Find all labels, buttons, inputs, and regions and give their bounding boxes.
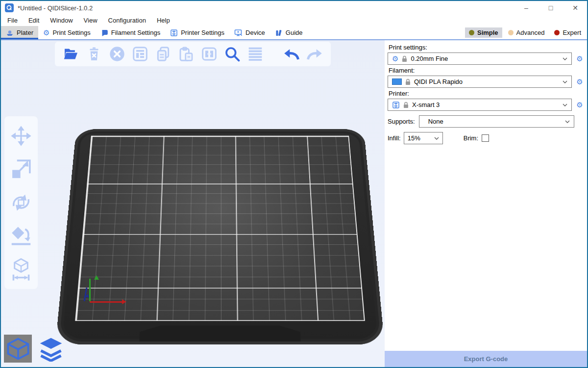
chevron-down-icon (563, 80, 567, 83)
title-bar: *Untitled - QIDISlicer-1.0.2 – □ ✕ (1, 1, 587, 15)
editor-view-button[interactable] (4, 335, 32, 363)
printer-icon (170, 29, 178, 37)
infill-combo[interactable]: 15% (404, 132, 443, 144)
brim-label: Brim: (464, 134, 478, 142)
printer-icon (392, 101, 400, 109)
y-axis-icon (89, 279, 91, 301)
3d-viewport[interactable] (1, 40, 385, 367)
undo-button[interactable] (282, 45, 301, 63)
tab-bar: Plater ⚙ Print Settings Filament Setting… (1, 26, 587, 40)
split-button[interactable] (200, 45, 219, 63)
printer-label: Printer: (389, 90, 584, 97)
printer-gear-button[interactable]: ⚙ (575, 101, 584, 108)
print-settings-label: Print settings: (389, 44, 584, 51)
filament-combo[interactable]: QIDI PLA Rapido (388, 76, 572, 88)
tab-filament-settings[interactable]: Filament Settings (96, 26, 165, 39)
scale-tool-button[interactable] (9, 158, 33, 181)
place-on-face-tool-button[interactable] (9, 224, 33, 248)
gear-icon: ⚙ (392, 55, 398, 62)
redo-button[interactable] (305, 45, 324, 63)
layers-button[interactable] (246, 45, 265, 63)
settings-panel: Print settings: ⚙ 0.20mm Fine ⚙ Filament… (385, 40, 587, 367)
mode-expert[interactable]: Expert (550, 27, 585, 38)
preview-view-button[interactable] (37, 335, 65, 363)
device-icon (234, 29, 243, 37)
object-toolbar (55, 42, 331, 66)
move-tool-button[interactable] (9, 124, 33, 148)
tab-guide[interactable]: Guide (270, 26, 308, 39)
guide-icon (275, 29, 283, 37)
copy-button[interactable] (154, 45, 172, 63)
lock-icon (403, 102, 409, 108)
menu-view[interactable]: View (78, 16, 103, 25)
view-toggle-bar (4, 335, 65, 363)
filament-icon (100, 29, 108, 37)
paste-button[interactable] (177, 45, 196, 63)
measure-tool-button[interactable] (9, 258, 33, 281)
chevron-down-icon (563, 104, 567, 106)
chevron-down-icon (565, 120, 570, 123)
gear-icon: ⚙ (43, 29, 49, 36)
infill-label: Infill: (388, 134, 401, 142)
menu-configuration[interactable]: Configuration (103, 16, 151, 25)
plater-icon (6, 29, 14, 37)
menu-edit[interactable]: Edit (23, 16, 45, 25)
printer-combo[interactable]: X-smart 3 (388, 99, 572, 111)
filament-gear-button[interactable]: ⚙ (575, 78, 584, 85)
simple-dot-icon (469, 30, 474, 35)
lock-icon (402, 55, 407, 62)
advanced-dot-icon (508, 30, 514, 35)
mode-simple[interactable]: Simple (465, 27, 502, 38)
arrange-button[interactable] (131, 45, 149, 63)
menu-window[interactable]: Window (45, 16, 78, 25)
supports-combo[interactable]: None (419, 115, 574, 128)
tab-plater[interactable]: Plater (1, 26, 38, 39)
print-settings-combo[interactable]: ⚙ 0.20mm Fine (388, 53, 572, 65)
close-button[interactable]: ✕ (570, 4, 580, 12)
export-gcode-button[interactable]: Export G-code (385, 351, 587, 367)
app-window: *Untitled - QIDISlicer-1.0.2 – □ ✕ File … (0, 0, 588, 368)
mode-advanced[interactable]: Advanced (504, 27, 549, 38)
tab-print-settings[interactable]: ⚙ Print Settings (38, 26, 96, 39)
maximize-button[interactable]: □ (546, 4, 556, 12)
manipulation-toolbar (4, 116, 38, 289)
print-settings-gear-button[interactable]: ⚙ (575, 55, 584, 62)
search-button[interactable] (223, 45, 242, 63)
tab-device[interactable]: Device (229, 26, 270, 39)
rotate-tool-button[interactable] (9, 191, 33, 214)
delete-button[interactable] (85, 45, 103, 63)
supports-label: Supports: (388, 118, 415, 125)
tab-printer-settings[interactable]: Printer Settings (165, 26, 229, 39)
printer-bed[interactable] (55, 129, 385, 344)
bed-handle (139, 325, 300, 341)
filament-label: Filament: (389, 67, 584, 74)
mode-selector: Simple Advanced Expert (465, 26, 587, 39)
open-file-button[interactable] (62, 45, 80, 63)
menu-bar: File Edit Window View Configuration Help (1, 15, 587, 26)
menu-help[interactable]: Help (151, 16, 175, 25)
lock-icon (405, 79, 411, 85)
origin-axes (82, 278, 131, 309)
brim-checkbox[interactable] (482, 134, 489, 142)
minimize-button[interactable]: – (521, 4, 531, 12)
app-logo-icon (5, 3, 14, 12)
delete-all-button[interactable] (108, 45, 126, 63)
filament-color-swatch (392, 79, 402, 85)
window-title: *Untitled - QIDISlicer-1.0.2 (18, 4, 93, 12)
expert-dot-icon (554, 30, 560, 35)
chevron-down-icon (563, 57, 567, 60)
menu-file[interactable]: File (2, 16, 23, 25)
chevron-down-icon (434, 137, 439, 140)
x-axis-icon (90, 301, 122, 303)
z-axis-icon (84, 288, 88, 301)
